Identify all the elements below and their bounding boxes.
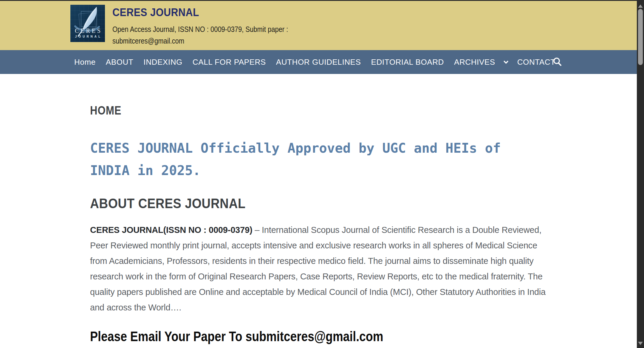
nav-item-author-guidelines[interactable]: AUTHOR GUIDELINES — [271, 58, 366, 67]
nav-item-label: CALL FOR PAPERS — [193, 58, 266, 67]
nav-item-label: INDEXING — [143, 58, 182, 67]
header-text-block: CERES JOURNAL Open Access Journal, ISSN … — [112, 6, 312, 47]
journal-logo[interactable]: CERES JOURNAL — [70, 5, 105, 42]
scrollbar[interactable] — [637, 0, 644, 348]
main-nav: HomeABOUTINDEXINGCALL FOR PAPERSAUTHOR G… — [0, 50, 637, 74]
about-paragraph-bold: CERES JOURNAL(ISSN NO : 0009-0379) — [90, 225, 252, 235]
scroll-up-button[interactable] — [637, 1, 644, 9]
logo-wordmark-ceres: CERES — [70, 27, 105, 34]
page-title: HOME — [90, 104, 555, 117]
window-top-edge — [0, 0, 644, 1]
nav-item-label: Home — [74, 58, 96, 67]
site-header: CERES JOURNAL CERES JOURNAL Open Access … — [0, 1, 637, 50]
nav-item-archives[interactable]: ARCHIVES — [449, 58, 512, 67]
about-section-heading: ABOUT CERES JOURNAL — [90, 195, 582, 211]
search-button[interactable] — [552, 57, 563, 67]
logo-wordmark-journal: JOURNAL — [70, 35, 105, 38]
scroll-down-button[interactable] — [637, 338, 644, 346]
nav-list: HomeABOUTINDEXINGCALL FOR PAPERSAUTHOR G… — [0, 50, 637, 74]
chevron-down-icon[interactable] — [503, 59, 508, 64]
nav-item-label: AUTHOR GUIDELINES — [276, 58, 361, 67]
about-paragraph: CERES JOURNAL(ISSN NO : 0009-0379) – Int… — [90, 222, 546, 315]
search-icon — [553, 57, 562, 66]
browser-viewport: CERES JOURNAL CERES JOURNAL Open Access … — [0, 0, 644, 348]
site-subtitle-line2: submitceres@gmail.com — [112, 35, 288, 47]
nav-item-label: CONTACT — [517, 58, 555, 67]
scroll-thumb[interactable] — [638, 9, 643, 65]
announcement-heading: CERES JOURNAL Officially Approved by UGC… — [90, 137, 525, 182]
nav-item-about[interactable]: ABOUT — [101, 58, 139, 67]
triangle-down-icon — [638, 342, 643, 345]
nav-item-label: ABOUT — [106, 58, 134, 67]
nav-item-indexing[interactable]: INDEXING — [138, 58, 187, 67]
site-subtitle-line1: Open Access Journal, ISSN NO : 0009-0379… — [112, 24, 288, 35]
nav-item-label: EDITORIAL BOARD — [371, 58, 444, 67]
site-title[interactable]: CERES JOURNAL — [112, 6, 292, 19]
nav-item-call-for-papers[interactable]: CALL FOR PAPERS — [188, 58, 271, 67]
submit-email-heading: Please Email Your Paper To submitceres@g… — [90, 328, 555, 344]
nav-item-home[interactable]: Home — [69, 58, 101, 67]
nav-item-label: ARCHIVES — [454, 58, 495, 67]
triangle-up-icon — [638, 4, 643, 8]
nav-item-editorial-board[interactable]: EDITORIAL BOARD — [366, 58, 449, 67]
about-paragraph-text: – International Scopus Journal of Scient… — [90, 225, 546, 312]
page-content: HOME CERES JOURNAL Officially Approved b… — [0, 74, 637, 344]
